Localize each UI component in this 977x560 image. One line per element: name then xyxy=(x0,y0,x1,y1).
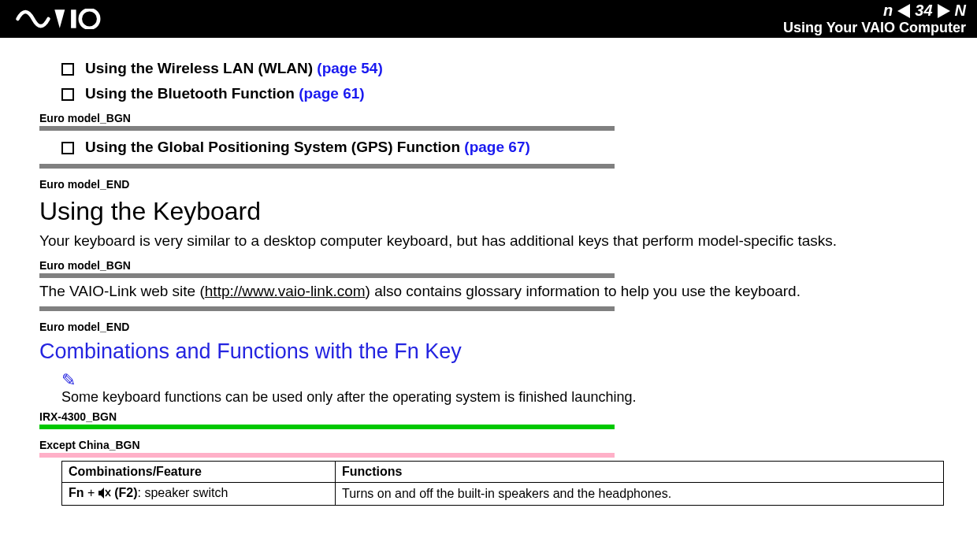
irx-4300-bgn-marker: IRX-4300_BGN xyxy=(39,410,938,423)
toc-bullet-gps[interactable]: Using the Global Positioning System (GPS… xyxy=(61,139,938,156)
square-bullet-icon xyxy=(61,88,74,101)
vaio-logo-icon xyxy=(11,9,137,29)
fn-key-table: Combinations/Feature Functions Fn + (F2)… xyxy=(61,461,944,506)
nav-next-icon[interactable] xyxy=(938,4,950,18)
euro-model-end-marker: Euro model_END xyxy=(39,321,938,333)
cell-combination: Fn + (F2): speaker switch xyxy=(62,483,336,506)
section-divider-green xyxy=(39,425,615,429)
table-header-row: Combinations/Feature Functions xyxy=(62,462,944,483)
square-bullet-icon xyxy=(61,63,74,76)
subheading-fn-key: Combinations and Functions with the Fn K… xyxy=(39,339,938,364)
prev-letter: n xyxy=(883,2,893,20)
text: ) also contains glossary information to … xyxy=(366,283,801,299)
table-header-combinations: Combinations/Feature xyxy=(62,462,336,483)
table-header-functions: Functions xyxy=(336,462,944,483)
section-divider xyxy=(39,273,615,278)
document-header: n 34 N Using Your VAIO Computer xyxy=(0,0,977,38)
text: The VAIO-Link web site ( xyxy=(39,283,205,299)
section-heading-keyboard: Using the Keyboard xyxy=(39,197,938,226)
page-ref-link[interactable]: (page 61) xyxy=(299,85,364,102)
euro-model-bgn-marker: Euro model_BGN xyxy=(39,259,938,272)
header-section-title: Using Your VAIO Computer xyxy=(783,20,966,36)
fn-label: Fn xyxy=(69,486,84,499)
plus: + xyxy=(84,486,98,499)
note-pencil-icon: ✎ xyxy=(61,372,938,389)
row-desc: : speaker switch xyxy=(138,486,228,499)
section-divider xyxy=(39,164,615,169)
section-divider xyxy=(39,126,615,131)
section-divider-pink xyxy=(39,453,615,458)
svg-rect-1 xyxy=(71,9,76,28)
svg-marker-3 xyxy=(98,488,104,499)
table-row: Fn + (F2): speaker switch Turns on and o… xyxy=(62,483,944,506)
toc-bullet-wlan[interactable]: Using the Wireless LAN (WLAN) (page 54) xyxy=(61,60,938,77)
square-bullet-icon xyxy=(61,142,74,154)
toc-bullet-bluetooth[interactable]: Using the Bluetooth Function (page 61) xyxy=(61,85,938,102)
except-china-bgn-marker: Except China_BGN xyxy=(39,439,938,451)
page-ref-link[interactable]: (page 67) xyxy=(464,139,529,155)
speaker-mute-icon xyxy=(98,488,111,502)
bullet-text: Using the Bluetooth Function xyxy=(85,85,299,102)
note-text: Some keyboard functions can be used only… xyxy=(61,389,938,406)
header-right: n 34 N Using Your VAIO Computer xyxy=(783,2,966,36)
svg-point-2 xyxy=(80,9,98,28)
bullet-text: Using the Wireless LAN (WLAN) xyxy=(85,60,317,76)
vaio-logo xyxy=(11,9,137,29)
page-ref-link[interactable]: (page 54) xyxy=(317,60,382,76)
page-nav: n 34 N xyxy=(883,2,966,20)
nav-prev-icon[interactable] xyxy=(897,4,910,18)
euro-model-bgn-marker: Euro model_BGN xyxy=(39,112,938,124)
bullet-text: Using the Global Positioning System (GPS… xyxy=(85,139,464,155)
vaio-link-url[interactable]: http://www.vaio-link.com xyxy=(205,283,366,299)
vaio-link-paragraph: The VAIO-Link web site (http://www.vaio-… xyxy=(39,283,938,300)
svg-marker-0 xyxy=(54,9,65,28)
note-block: ✎ Some keyboard functions can be used on… xyxy=(61,372,938,406)
section-intro-paragraph: Your keyboard is very similar to a deskt… xyxy=(39,232,938,250)
cell-function: Turns on and off the built-in speakers a… xyxy=(336,483,944,506)
euro-model-end-marker: Euro model_END xyxy=(39,178,938,191)
section-divider xyxy=(39,306,615,311)
document-body: Using the Wireless LAN (WLAN) (page 54) … xyxy=(0,38,977,506)
page-number: 34 xyxy=(915,2,932,20)
f2-label: (F2) xyxy=(111,486,138,499)
next-letter: N xyxy=(955,2,966,20)
